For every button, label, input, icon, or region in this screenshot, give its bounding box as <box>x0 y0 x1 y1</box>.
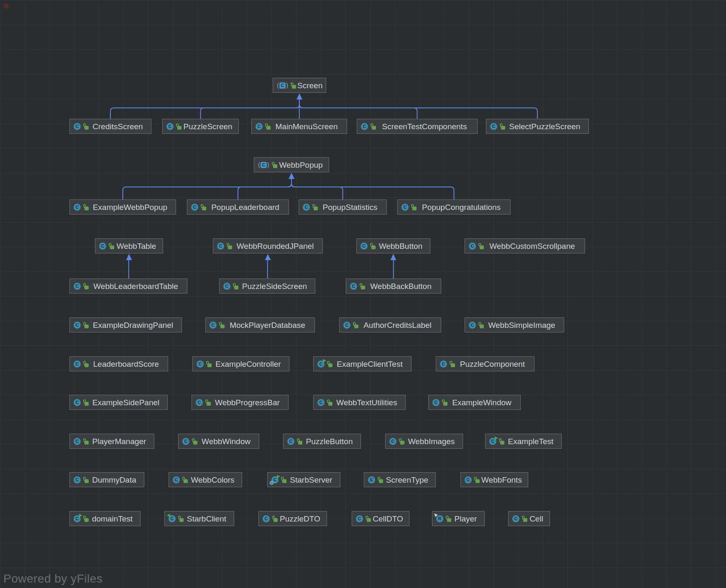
public-lock-icon <box>500 123 505 130</box>
class-node-playerManager[interactable]: CPlayerManager <box>69 434 154 449</box>
public-lock-icon <box>478 243 484 249</box>
class-icon: C <box>99 243 106 250</box>
class-name-label: PlayerManager <box>89 437 150 445</box>
class-node-popupCongratulations[interactable]: CPopupCongratulations <box>397 199 511 215</box>
public-lock-icon <box>233 283 238 289</box>
class-node-puzzleButton[interactable]: CPuzzleButton <box>283 434 361 449</box>
class-icon: C <box>512 515 519 522</box>
class-node-exampleWebbPopup[interactable]: CExampleWebbPopup <box>69 199 176 215</box>
class-name-label: StarbServer <box>286 476 336 484</box>
class-name-label: PuzzleComponent <box>455 360 530 368</box>
inheritance-arrowhead <box>265 254 271 260</box>
class-icon: C <box>303 204 310 211</box>
run-badge-icon <box>323 359 326 363</box>
class-icon: C <box>489 438 496 445</box>
class-node-webbRoundedJPanel[interactable]: CWebbRoundedJPanel <box>213 238 323 253</box>
class-node-authorCreditsLabel[interactable]: CAuthorCreditsLabel <box>339 317 441 332</box>
class-node-webbWindow[interactable]: CWebbWindow <box>178 434 259 449</box>
yfiles-watermark: Powered by yFiles <box>3 572 102 585</box>
public-lock-icon <box>291 82 296 89</box>
public-lock-icon <box>201 204 206 210</box>
class-node-screenType[interactable]: EScreenType <box>364 472 436 487</box>
class-node-selectPuzzleScreen[interactable]: CSelectPuzzleScreen <box>486 119 589 134</box>
class-icon: C <box>490 123 497 130</box>
class-node-popupStatistics[interactable]: CPopupStatistics <box>299 199 387 215</box>
class-icon: C <box>173 476 180 483</box>
class-icon: C <box>440 360 447 368</box>
class-icon: C <box>256 123 263 130</box>
class-node-puzzleScreen[interactable]: CPuzzleScreen <box>162 119 239 134</box>
class-node-creditsScreen[interactable]: CCreditsScreen <box>69 119 151 134</box>
class-node-exampleClientTest[interactable]: CExampleClientTest <box>313 356 412 371</box>
class-node-leaderboardScore[interactable]: CLeaderboardScore <box>69 356 168 371</box>
class-name-label: ExampleWebbPopup <box>89 203 171 211</box>
inheritance-arrowhead <box>289 173 294 179</box>
class-name-label: ScreenTestComponents <box>376 123 473 130</box>
class-node-puzzleDTO[interactable]: CPuzzleDTO <box>258 511 327 526</box>
class-node-starbClient[interactable]: CStarbClient <box>164 511 234 526</box>
class-node-domainTest[interactable]: CdomainTest <box>69 511 141 526</box>
inheritance-edge[interactable] <box>110 99 299 119</box>
class-node-webbPopup[interactable]: (C)WebbPopup <box>254 157 329 172</box>
class-node-mockPlayerDatabase[interactable]: CMockPlayerDatabase <box>205 317 315 332</box>
class-node-starbServer[interactable]: CStarbServer <box>267 472 340 487</box>
class-icon: C <box>469 243 476 250</box>
diagram-canvas[interactable]: (C)ScreenCCreditsScreenCPuzzleScreenCMai… <box>0 0 726 588</box>
class-node-webbFonts[interactable]: CWebbFonts <box>460 472 528 487</box>
class-name-label: PuzzleButton <box>302 437 356 445</box>
class-node-screen[interactable]: (C)Screen <box>273 78 326 93</box>
class-node-exampleWindow[interactable]: CExampleWindow <box>428 395 521 410</box>
class-node-webbLeaderboardTable[interactable]: CWebbLeaderboardTable <box>69 279 187 294</box>
class-node-exampleTest[interactable]: CExampleTest <box>485 434 562 449</box>
class-icon: C <box>197 360 204 368</box>
class-node-puzzleSideScreen[interactable]: CPuzzleSideScreen <box>219 279 315 294</box>
class-name-label: WebbColors <box>188 476 238 484</box>
class-node-dummyData[interactable]: CDummyData <box>69 472 144 487</box>
class-node-cellDTO[interactable]: CCellDTO <box>352 511 409 526</box>
class-node-webbImages[interactable]: CWebbImages <box>385 434 463 449</box>
class-node-webbTable[interactable]: CWebbTable <box>95 238 163 253</box>
class-name-label: PopupStatistics <box>318 203 382 211</box>
inheritance-edge[interactable] <box>299 99 417 119</box>
inheritance-edge[interactable] <box>201 99 300 119</box>
class-node-player[interactable]: RPlayer <box>432 511 485 526</box>
class-node-webbProgressBar[interactable]: CWebbProgressBar <box>192 395 289 410</box>
class-node-webbCustomScrollpane[interactable]: CWebbCustomScrollpane <box>465 238 585 253</box>
class-node-webbSimpleImage[interactable]: CWebbSimpleImage <box>465 317 564 332</box>
inheritance-arrowhead <box>126 254 132 260</box>
class-node-cell[interactable]: CCell <box>508 511 550 526</box>
public-lock-icon <box>192 438 197 445</box>
class-name-label: MockPlayerDatabase <box>225 321 310 329</box>
inheritance-edge[interactable] <box>299 99 537 119</box>
public-lock-icon <box>83 123 89 130</box>
inheritance-edge[interactable] <box>123 178 292 199</box>
inheritance-edge[interactable] <box>238 178 291 199</box>
class-node-exampleDrawingPanel[interactable]: CExampleDrawingPanel <box>69 317 182 332</box>
class-node-popupLeaderboard[interactable]: CPopupLeaderboard <box>187 199 289 215</box>
class-node-exampleSidePanel[interactable]: CExampleSidePanel <box>69 395 168 410</box>
class-node-mainMenuScreen[interactable]: CMainMenuScreen <box>251 119 347 134</box>
class-node-webbTextUtilities[interactable]: CWebbTextUtilities <box>313 395 406 410</box>
class-name-label: WebbTextUtilities <box>332 399 401 406</box>
inheritance-edges <box>0 0 726 588</box>
class-node-puzzleComponent[interactable]: CPuzzleComponent <box>436 356 534 371</box>
inheritance-arrowhead <box>391 254 396 260</box>
class-name-label: WebbRoundedJPanel <box>232 242 318 250</box>
class-icon: C <box>401 204 409 211</box>
class-icon: C <box>74 399 81 406</box>
class-node-exampleController[interactable]: CExampleController <box>192 356 289 371</box>
class-name-label: ExampleClientTest <box>332 360 407 368</box>
public-lock-icon <box>227 243 232 249</box>
class-name-label: domainTest <box>89 515 136 523</box>
inheritance-edge[interactable] <box>291 178 454 199</box>
inheritance-edge[interactable] <box>291 178 343 199</box>
class-icon: C <box>469 322 476 329</box>
class-node-webbColors[interactable]: CWebbColors <box>169 472 242 487</box>
class-node-webbButton[interactable]: CWebbButton <box>356 238 430 253</box>
class-icon: C <box>343 322 350 329</box>
class-node-webbBackButton[interactable]: CWebbBackButton <box>346 279 441 294</box>
class-icon: C <box>223 283 230 290</box>
class-name-label: WebbBackButton <box>365 282 437 290</box>
class-name-label: WebbCustomScrollpane <box>484 242 580 250</box>
class-node-screenTestComponents[interactable]: CScreenTestComponents <box>357 119 478 134</box>
